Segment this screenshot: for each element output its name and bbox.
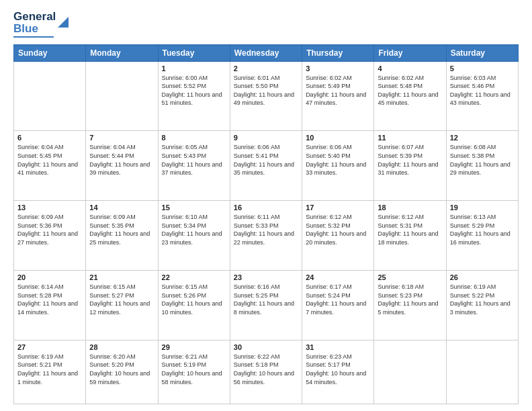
day-info: Sunrise: 6:10 AM Sunset: 5:34 PM Dayligh… bbox=[162, 213, 226, 246]
calendar-cell bbox=[86, 61, 158, 131]
calendar-cell: 27Sunrise: 6:19 AM Sunset: 5:21 PM Dayli… bbox=[14, 340, 86, 404]
calendar-cell: 4Sunrise: 6:02 AM Sunset: 5:48 PM Daylig… bbox=[374, 61, 446, 131]
calendar-cell bbox=[374, 340, 446, 404]
day-number: 19 bbox=[450, 203, 515, 212]
day-info: Sunrise: 6:18 AM Sunset: 5:23 PM Dayligh… bbox=[378, 283, 442, 316]
day-number: 13 bbox=[17, 203, 82, 212]
day-info: Sunrise: 6:11 AM Sunset: 5:33 PM Dayligh… bbox=[234, 213, 298, 246]
day-header-saturday: Saturday bbox=[446, 44, 518, 61]
calendar-cell: 11Sunrise: 6:07 AM Sunset: 5:39 PM Dayli… bbox=[374, 131, 446, 201]
calendar-cell: 9Sunrise: 6:06 AM Sunset: 5:41 PM Daylig… bbox=[230, 131, 302, 201]
calendar-cell: 8Sunrise: 6:05 AM Sunset: 5:43 PM Daylig… bbox=[158, 131, 230, 201]
day-number: 1 bbox=[162, 64, 226, 73]
day-info: Sunrise: 6:19 AM Sunset: 5:21 PM Dayligh… bbox=[17, 353, 82, 386]
day-number: 10 bbox=[306, 134, 370, 142]
calendar-cell: 20Sunrise: 6:14 AM Sunset: 5:28 PM Dayli… bbox=[14, 271, 86, 340]
calendar-cell: 25Sunrise: 6:18 AM Sunset: 5:23 PM Dayli… bbox=[374, 271, 446, 340]
day-number: 24 bbox=[306, 273, 370, 281]
calendar-cell bbox=[446, 340, 518, 404]
calendar-week-row: 27Sunrise: 6:19 AM Sunset: 5:21 PM Dayli… bbox=[14, 340, 519, 404]
calendar-cell: 26Sunrise: 6:19 AM Sunset: 5:22 PM Dayli… bbox=[446, 271, 518, 340]
day-info: Sunrise: 6:16 AM Sunset: 5:25 PM Dayligh… bbox=[234, 283, 298, 316]
day-info: Sunrise: 6:02 AM Sunset: 5:49 PM Dayligh… bbox=[306, 74, 370, 107]
day-number: 21 bbox=[89, 273, 154, 281]
day-info: Sunrise: 6:06 AM Sunset: 5:40 PM Dayligh… bbox=[306, 143, 370, 177]
logo-triangle-icon bbox=[58, 13, 69, 30]
day-info: Sunrise: 6:04 AM Sunset: 5:44 PM Dayligh… bbox=[89, 143, 154, 177]
day-number: 23 bbox=[234, 273, 298, 281]
calendar-cell: 22Sunrise: 6:15 AM Sunset: 5:26 PM Dayli… bbox=[158, 271, 230, 340]
logo-underline bbox=[13, 36, 54, 38]
day-info: Sunrise: 6:13 AM Sunset: 5:29 PM Dayligh… bbox=[450, 213, 515, 246]
calendar-cell: 2Sunrise: 6:01 AM Sunset: 5:50 PM Daylig… bbox=[230, 61, 302, 131]
calendar-header-row: SundayMondayTuesdayWednesdayThursdayFrid… bbox=[14, 44, 519, 61]
day-number: 30 bbox=[234, 343, 298, 351]
calendar-cell: 29Sunrise: 6:21 AM Sunset: 5:19 PM Dayli… bbox=[158, 340, 230, 404]
calendar-cell: 7Sunrise: 6:04 AM Sunset: 5:44 PM Daylig… bbox=[86, 131, 158, 201]
calendar-cell: 21Sunrise: 6:15 AM Sunset: 5:27 PM Dayli… bbox=[86, 271, 158, 340]
calendar-cell: 31Sunrise: 6:23 AM Sunset: 5:17 PM Dayli… bbox=[302, 340, 374, 404]
calendar-cell: 30Sunrise: 6:22 AM Sunset: 5:18 PM Dayli… bbox=[230, 340, 302, 404]
calendar-cell: 13Sunrise: 6:09 AM Sunset: 5:36 PM Dayli… bbox=[14, 201, 86, 271]
day-number: 3 bbox=[306, 64, 370, 73]
day-info: Sunrise: 6:23 AM Sunset: 5:17 PM Dayligh… bbox=[306, 353, 370, 386]
calendar-cell: 3Sunrise: 6:02 AM Sunset: 5:49 PM Daylig… bbox=[302, 61, 374, 131]
calendar-cell: 28Sunrise: 6:20 AM Sunset: 5:20 PM Dayli… bbox=[86, 340, 158, 404]
day-info: Sunrise: 6:12 AM Sunset: 5:32 PM Dayligh… bbox=[306, 213, 370, 246]
calendar-cell: 17Sunrise: 6:12 AM Sunset: 5:32 PM Dayli… bbox=[302, 201, 374, 271]
calendar-cell: 24Sunrise: 6:17 AM Sunset: 5:24 PM Dayli… bbox=[302, 271, 374, 340]
day-info: Sunrise: 6:07 AM Sunset: 5:39 PM Dayligh… bbox=[378, 143, 442, 177]
day-info: Sunrise: 6:05 AM Sunset: 5:43 PM Dayligh… bbox=[162, 143, 226, 177]
day-number: 11 bbox=[378, 134, 442, 142]
day-info: Sunrise: 6:00 AM Sunset: 5:52 PM Dayligh… bbox=[162, 74, 226, 107]
day-number: 12 bbox=[450, 134, 515, 142]
calendar-cell: 16Sunrise: 6:11 AM Sunset: 5:33 PM Dayli… bbox=[230, 201, 302, 271]
header: General Blue bbox=[13, 11, 519, 38]
calendar-cell: 23Sunrise: 6:16 AM Sunset: 5:25 PM Dayli… bbox=[230, 271, 302, 340]
day-number: 8 bbox=[162, 134, 226, 142]
day-info: Sunrise: 6:17 AM Sunset: 5:24 PM Dayligh… bbox=[306, 283, 370, 316]
calendar-cell: 14Sunrise: 6:09 AM Sunset: 5:35 PM Dayli… bbox=[86, 201, 158, 271]
calendar-cell: 6Sunrise: 6:04 AM Sunset: 5:45 PM Daylig… bbox=[14, 131, 86, 201]
calendar-cell: 10Sunrise: 6:06 AM Sunset: 5:40 PM Dayli… bbox=[302, 131, 374, 201]
calendar-week-row: 20Sunrise: 6:14 AM Sunset: 5:28 PM Dayli… bbox=[14, 271, 519, 340]
day-number: 28 bbox=[89, 343, 154, 351]
day-info: Sunrise: 6:04 AM Sunset: 5:45 PM Dayligh… bbox=[17, 143, 82, 177]
day-info: Sunrise: 6:03 AM Sunset: 5:46 PM Dayligh… bbox=[450, 74, 515, 107]
calendar-cell: 18Sunrise: 6:12 AM Sunset: 5:31 PM Dayli… bbox=[374, 201, 446, 271]
day-number: 7 bbox=[89, 134, 154, 142]
day-header-tuesday: Tuesday bbox=[158, 44, 230, 61]
day-info: Sunrise: 6:12 AM Sunset: 5:31 PM Dayligh… bbox=[378, 213, 442, 246]
day-info: Sunrise: 6:22 AM Sunset: 5:18 PM Dayligh… bbox=[234, 353, 298, 386]
day-number: 31 bbox=[306, 343, 370, 351]
calendar-week-row: 13Sunrise: 6:09 AM Sunset: 5:36 PM Dayli… bbox=[14, 201, 519, 271]
logo: General Blue bbox=[13, 11, 69, 38]
day-number: 17 bbox=[306, 203, 370, 212]
calendar-cell: 1Sunrise: 6:00 AM Sunset: 5:52 PM Daylig… bbox=[158, 61, 230, 131]
day-number: 22 bbox=[162, 273, 226, 281]
calendar-cell bbox=[14, 61, 86, 131]
day-header-friday: Friday bbox=[374, 44, 446, 61]
day-info: Sunrise: 6:01 AM Sunset: 5:50 PM Dayligh… bbox=[234, 74, 298, 107]
logo-text-line2: Blue bbox=[13, 23, 56, 35]
calendar-table: SundayMondayTuesdayWednesdayThursdayFrid… bbox=[13, 44, 519, 404]
day-number: 9 bbox=[234, 134, 298, 142]
calendar-cell: 5Sunrise: 6:03 AM Sunset: 5:46 PM Daylig… bbox=[446, 61, 518, 131]
day-number: 27 bbox=[17, 343, 82, 351]
day-number: 18 bbox=[378, 203, 442, 212]
calendar-cell: 15Sunrise: 6:10 AM Sunset: 5:34 PM Dayli… bbox=[158, 201, 230, 271]
calendar-week-row: 6Sunrise: 6:04 AM Sunset: 5:45 PM Daylig… bbox=[14, 131, 519, 201]
day-number: 25 bbox=[378, 273, 442, 281]
day-number: 16 bbox=[234, 203, 298, 212]
day-info: Sunrise: 6:21 AM Sunset: 5:19 PM Dayligh… bbox=[162, 353, 226, 386]
day-header-sunday: Sunday bbox=[14, 44, 86, 61]
day-number: 26 bbox=[450, 273, 515, 281]
day-info: Sunrise: 6:02 AM Sunset: 5:48 PM Dayligh… bbox=[378, 74, 442, 107]
day-info: Sunrise: 6:14 AM Sunset: 5:28 PM Dayligh… bbox=[17, 283, 82, 316]
day-info: Sunrise: 6:06 AM Sunset: 5:41 PM Dayligh… bbox=[234, 143, 298, 177]
day-number: 4 bbox=[378, 64, 442, 73]
day-info: Sunrise: 6:08 AM Sunset: 5:38 PM Dayligh… bbox=[450, 143, 515, 177]
day-info: Sunrise: 6:15 AM Sunset: 5:26 PM Dayligh… bbox=[162, 283, 226, 316]
calendar-page: General Blue SundayMondayTuesdayWednesda… bbox=[0, 0, 532, 411]
day-header-thursday: Thursday bbox=[302, 44, 374, 61]
